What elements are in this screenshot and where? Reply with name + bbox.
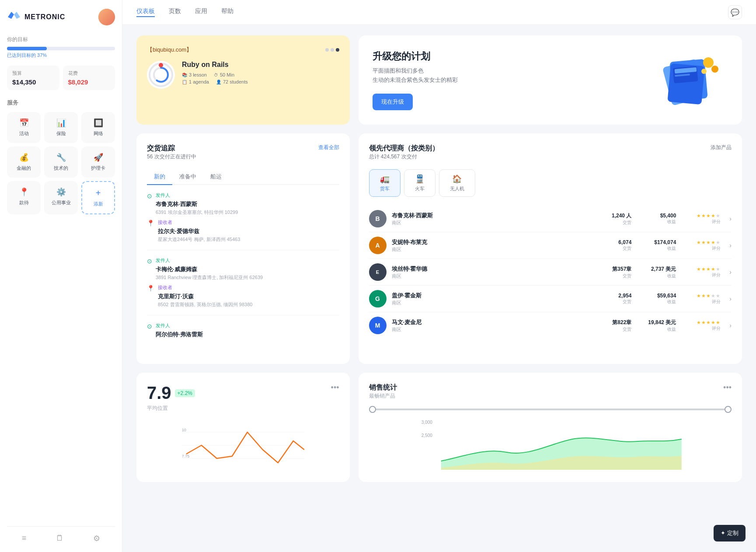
agent-region-5: 南区	[392, 326, 596, 333]
receiver-role-1: 接收者	[158, 219, 240, 226]
agent-name-3: 埃丝特·霍华德	[392, 265, 596, 273]
area-chart: 3,000 2,500	[369, 417, 732, 470]
host-label: 款待	[19, 199, 29, 206]
upgrade-illustration	[641, 49, 728, 111]
network-label: 网络	[94, 130, 103, 137]
metronic-logo-icon	[7, 10, 21, 24]
service-item-public[interactable]: ⚙️ 公用事业	[44, 181, 78, 214]
range-fill	[369, 409, 732, 410]
agent-avatar-1: B	[369, 210, 387, 227]
agent-region-3: 南区	[392, 273, 596, 279]
service-item-host[interactable]: 📍 款待	[7, 181, 41, 214]
service-item-network[interactable]: 🔲 网络	[81, 112, 115, 143]
upgrade-button[interactable]: 现在升级	[373, 94, 413, 110]
service-item-activity[interactable]: 📅 活动	[7, 112, 41, 143]
svg-text:7.75: 7.75	[182, 454, 190, 458]
line-chart-svg: 10 7.75	[147, 419, 339, 472]
tab-shipping[interactable]: 船运	[203, 169, 229, 185]
tracking-title: 交货追踪	[147, 144, 196, 153]
settings-icon[interactable]: ⚙	[93, 534, 100, 543]
nav-dashboard[interactable]: 仪表板	[136, 7, 155, 17]
category-drone[interactable]: 🏠 无人机	[439, 169, 475, 197]
slider-thumb-right[interactable]	[725, 406, 732, 413]
meta-row-1: 📚 3 lesson ⏱ 50 Min	[182, 72, 339, 77]
nav-apps[interactable]: 应用	[195, 7, 207, 17]
tracking-subtitle: 56 次交付正在进行中	[147, 153, 196, 161]
tracking-item-2: ⊙ 发件人 卡梅伦·威廉姆森 3891 Ranchview 理查森博士, 加利福…	[147, 257, 339, 315]
see-all-link[interactable]: 查看全部	[318, 144, 339, 151]
truck-icon: 🚛	[380, 174, 390, 184]
layers-icon[interactable]: ≡	[22, 534, 27, 543]
insurance-icon: 📊	[56, 118, 66, 128]
customize-button[interactable]: ✦ 定制	[714, 525, 746, 542]
service-item-insurance[interactable]: 📊 保险	[44, 112, 78, 143]
receiver-icon-2: 📍	[147, 285, 154, 292]
receiver-address-2: 8502 普雷斯顿路, 英格尔伍德, 缅因州 98380	[158, 301, 252, 308]
tab-new[interactable]: 新的	[147, 169, 172, 185]
sender-icon-2: ⊙	[147, 258, 152, 265]
tech-icon: 🔧	[56, 153, 66, 162]
avatar[interactable]	[98, 9, 115, 25]
receiver-role-2: 接收者	[158, 284, 252, 291]
nav-pages[interactable]: 页数	[169, 7, 181, 17]
goal-section: 你的目标 已达到目标的 37%	[7, 36, 115, 59]
budget-card: 预算 $14,350	[7, 66, 59, 90]
agents-header: 领先代理商（按类别） 总计 424,567 次交付 添加产品	[369, 144, 732, 168]
service-item-tech[interactable]: 🔧 技术的	[44, 147, 78, 178]
course-title: Ruby on Rails	[182, 61, 339, 69]
sales-more-icon[interactable]: •••	[723, 383, 732, 392]
service-item-finance[interactable]: 💰 金融的	[7, 147, 41, 178]
activity-label: 活动	[19, 130, 29, 137]
sender-name-1: 布鲁克林·西蒙斯	[156, 200, 238, 208]
course-tag: 【biqubiqu.com】	[147, 46, 192, 54]
stars-5: ★★★★★	[697, 320, 721, 325]
lessons-meta: 📚 3 lesson	[182, 72, 207, 77]
category-train[interactable]: 🚆 火车	[404, 169, 435, 197]
sender-role-1: 发件人	[156, 192, 238, 199]
agent-revenue-3: 2,737 美元 收益	[637, 266, 676, 279]
tab-preparing[interactable]: 准备中	[172, 169, 203, 185]
host-icon: 📍	[19, 187, 29, 197]
agent-arrow-2[interactable]: ›	[729, 242, 732, 249]
service-item-add[interactable]: + 添新	[81, 181, 115, 214]
agent-stat-4: 2,954 交货	[601, 293, 631, 305]
file-icon[interactable]: 🗒	[56, 534, 64, 543]
course-meta: 📚 3 lesson ⏱ 50 Min 📋	[182, 72, 339, 84]
nav-help[interactable]: 帮助	[221, 7, 233, 17]
slider-thumb-left[interactable]	[369, 406, 376, 413]
agent-revenue-4: $59,634 收益	[637, 293, 676, 305]
sidebar-footer: ≡ 🗒 ⚙	[7, 526, 115, 543]
upgrade-title: 升级您的计划	[373, 50, 458, 63]
agent-arrow-5[interactable]: ›	[729, 322, 732, 329]
agenda-icon: 📋	[182, 80, 187, 84]
goal-title: 你的目标	[7, 36, 115, 43]
agent-arrow-1[interactable]: ›	[729, 215, 732, 222]
stars-1: ★★★★★	[697, 213, 721, 219]
agent-arrow-4[interactable]: ›	[729, 295, 732, 302]
service-item-nursing[interactable]: 🚀 护理卡	[81, 147, 115, 178]
trend-indicator: +2.2%	[175, 389, 195, 397]
upgrade-text: 升级您的计划 平面描图和我们多色 生动的未混合紫色头发女士的精彩 现在升级	[373, 50, 458, 110]
agent-name-5: 马文·麦金尼	[392, 318, 596, 326]
category-truck[interactable]: 🚛 货车	[369, 169, 401, 197]
add-product-button[interactable]: 添加产品	[711, 144, 732, 151]
sender-info-3: 发件人 阿尔伯特·弗洛雷斯	[156, 322, 203, 339]
agent-rating-5: ★★★★★ 评分	[681, 320, 721, 332]
agent-arrow-3[interactable]: ›	[729, 269, 732, 276]
sales-title-group: 销售统计 最畅销产品	[369, 383, 397, 407]
content-area: 【biqubiqu.com】	[122, 25, 756, 552]
finance-icon: 💰	[19, 153, 29, 162]
agent-rating-3: ★★★★★ 评分	[681, 266, 721, 278]
chat-icon[interactable]: 💬	[728, 5, 742, 19]
sender-icon-1: ⊙	[147, 192, 152, 199]
big-number-row: 7.9 +2.2%	[147, 383, 195, 403]
agent-region-2: 南区	[392, 246, 596, 253]
service-grid: 📅 活动 📊 保险 🔲 网络 💰 金融的 🔧 技术的 🚀 护理卡 📍 款待 ⚙	[7, 112, 115, 214]
receiver-info-2: 接收者 克里斯汀·沃森 8502 普雷斯顿路, 英格尔伍德, 缅因州 98380	[158, 284, 252, 308]
agents-title-group: 领先代理商（按类别） 总计 424,567 次交付	[369, 144, 439, 168]
upgrade-card: 升级您的计划 平面描图和我们多色 生动的未混合紫色头发女士的精彩 现在升级	[359, 35, 742, 125]
duration-icon: ⏱	[214, 73, 218, 77]
agent-avatar-2: A	[369, 237, 387, 254]
agents-subtitle: 总计 424,567 次交付	[369, 153, 439, 161]
stat-more-icon[interactable]: •••	[331, 383, 339, 392]
